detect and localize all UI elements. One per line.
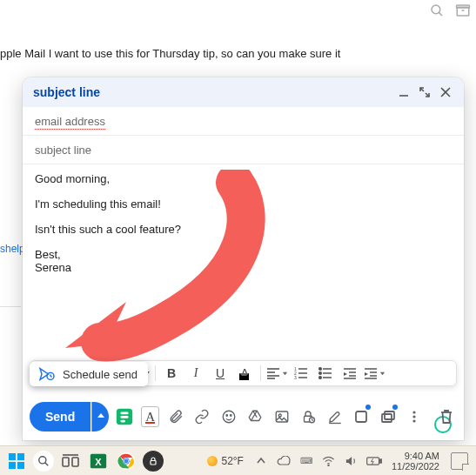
formatting-options-button[interactable]: A xyxy=(141,406,160,427)
indent-less-button[interactable] xyxy=(339,363,361,384)
compose-header[interactable]: subject line xyxy=(23,77,464,107)
svg-text:X: X xyxy=(95,456,102,466)
numbered-list-button[interactable]: 123 xyxy=(290,363,312,384)
svg-rect-74 xyxy=(151,460,156,465)
close-button[interactable] xyxy=(438,84,453,100)
svg-rect-66 xyxy=(72,458,78,466)
windows-taskbar[interactable]: X 52°F ⌨ 9:40 AM 11/29/2022 xyxy=(0,445,476,475)
schedule-send-menu-item[interactable]: Schedule send xyxy=(30,362,148,386)
svg-point-25 xyxy=(319,377,322,379)
taskbar-app-excel[interactable]: X xyxy=(87,450,110,472)
svg-rect-53 xyxy=(356,411,366,422)
svg-point-23 xyxy=(319,368,322,371)
insert-signature-button[interactable] xyxy=(324,404,345,430)
svg-point-42 xyxy=(226,415,228,417)
background-divider xyxy=(0,306,21,307)
body-line: Isn't this such a cool feature? xyxy=(35,223,452,236)
svg-point-43 xyxy=(230,415,231,417)
svg-point-56 xyxy=(413,411,416,413)
svg-line-51 xyxy=(312,420,314,421)
bold-button[interactable]: B xyxy=(160,363,183,384)
schedule-send-label: Schedule send xyxy=(63,368,137,381)
minimize-button[interactable] xyxy=(396,84,412,100)
search-button[interactable] xyxy=(33,451,54,472)
compose-window: subject line email address subject line … xyxy=(23,77,464,440)
tray-language-icon[interactable]: ⌨ xyxy=(298,456,315,465)
extension-icon[interactable] xyxy=(114,404,136,430)
svg-point-73 xyxy=(124,458,129,463)
more-options-button[interactable] xyxy=(404,404,426,430)
svg-rect-62 xyxy=(17,462,24,469)
svg-point-47 xyxy=(278,414,281,417)
svg-rect-39 xyxy=(121,416,129,418)
taskbar-app-lock[interactable] xyxy=(143,451,164,472)
svg-text:3: 3 xyxy=(294,375,297,379)
recipient-chip[interactable]: email address xyxy=(35,115,105,130)
send-options-dropdown[interactable] xyxy=(91,402,109,432)
body-line: I'm scheduling this email! xyxy=(35,197,452,211)
insert-drive-button[interactable] xyxy=(245,404,266,430)
clock-time: 9:40 AM xyxy=(392,451,439,461)
underline-button[interactable]: U xyxy=(209,363,231,384)
tray-cloud-icon[interactable] xyxy=(275,456,292,466)
svg-line-12 xyxy=(50,376,52,377)
text-color-dropdown[interactable]: A xyxy=(233,363,256,384)
italic-button[interactable]: I xyxy=(184,363,207,384)
discard-draft-button[interactable] xyxy=(435,404,457,430)
fullscreen-button[interactable] xyxy=(417,84,432,100)
insert-emoji-button[interactable] xyxy=(218,404,239,430)
svg-rect-59 xyxy=(9,453,16,460)
svg-rect-55 xyxy=(385,411,394,419)
svg-point-0 xyxy=(432,5,440,14)
svg-point-58 xyxy=(413,419,416,422)
send-button[interactable]: Send xyxy=(30,402,91,432)
start-button[interactable] xyxy=(5,450,28,472)
svg-rect-76 xyxy=(367,457,379,464)
body-line: Serena xyxy=(35,261,452,274)
bulleted-list-button[interactable] xyxy=(314,363,337,384)
svg-rect-60 xyxy=(17,453,24,460)
svg-point-63 xyxy=(39,456,46,463)
system-clock[interactable]: 9:40 AM 11/29/2022 xyxy=(392,451,439,472)
insert-photo-button[interactable] xyxy=(271,404,292,430)
attach-file-button[interactable] xyxy=(164,404,186,430)
task-view-button[interactable] xyxy=(59,450,82,472)
svg-point-41 xyxy=(223,411,235,423)
svg-point-57 xyxy=(413,415,416,418)
sun-icon xyxy=(207,456,218,466)
separator xyxy=(260,365,261,381)
extension-square-icon[interactable] xyxy=(351,404,372,430)
action-center-button[interactable] xyxy=(448,450,471,472)
svg-line-1 xyxy=(439,12,442,16)
tray-wifi-icon[interactable] xyxy=(320,456,338,466)
clock-date: 11/29/2022 xyxy=(392,461,439,472)
weather-widget[interactable]: 52°F xyxy=(207,455,243,467)
extension-layers-icon[interactable] xyxy=(377,404,399,430)
insert-link-button[interactable] xyxy=(191,404,213,430)
body-line: Good morning, xyxy=(35,172,452,185)
svg-rect-65 xyxy=(63,458,69,466)
svg-line-64 xyxy=(45,462,49,465)
svg-rect-40 xyxy=(121,420,126,423)
email-body[interactable]: Good morning, I'm scheduling this email!… xyxy=(23,164,464,440)
body-line: Best, xyxy=(35,248,452,261)
weather-temp: 52°F xyxy=(221,455,243,467)
recipients-field[interactable]: email address xyxy=(23,107,464,136)
align-left-button[interactable] xyxy=(265,363,288,384)
tray-battery-icon[interactable] xyxy=(365,456,383,466)
svg-rect-38 xyxy=(121,412,129,415)
search-icon[interactable] xyxy=(429,3,445,22)
tray-overflow-button[interactable] xyxy=(252,457,270,465)
svg-rect-77 xyxy=(379,458,381,462)
subject-field[interactable]: subject line xyxy=(23,136,464,164)
taskbar-app-chrome[interactable] xyxy=(115,450,137,472)
confidential-mode-button[interactable] xyxy=(298,404,319,430)
svg-point-24 xyxy=(319,372,322,375)
tray-volume-icon[interactable] xyxy=(343,455,360,467)
svg-rect-54 xyxy=(382,414,392,422)
separator xyxy=(155,365,156,381)
indent-more-button[interactable] xyxy=(363,363,385,384)
svg-rect-61 xyxy=(9,462,16,469)
archive-box-icon[interactable] xyxy=(455,3,471,22)
compose-title: subject line xyxy=(33,85,100,99)
